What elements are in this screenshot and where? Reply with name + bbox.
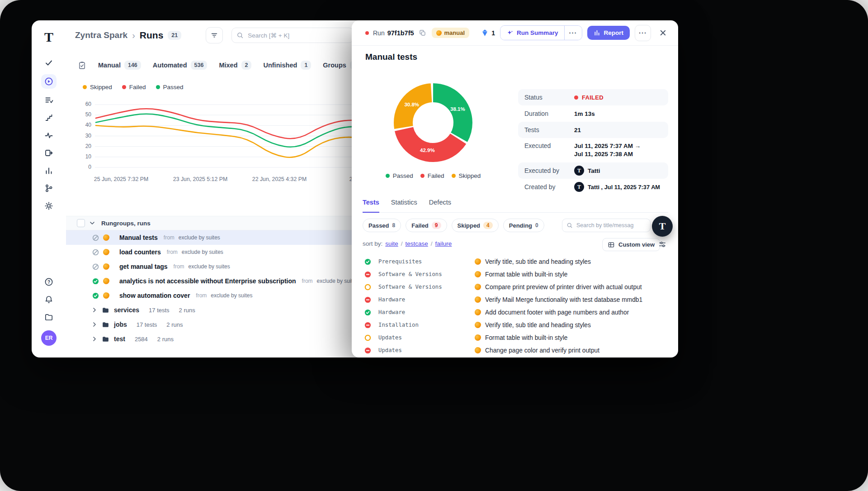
test-row[interactable]: Software & Versions Compare print previe…	[352, 281, 678, 293]
test-row[interactable]: Updates Change page color and verify pri…	[352, 344, 678, 357]
legend-item: Skipped	[452, 172, 481, 179]
branch-icon[interactable]	[41, 182, 57, 195]
legend-label: Passed	[163, 84, 184, 91]
runs-icon[interactable]	[41, 74, 57, 89]
analytics-icon[interactable]	[41, 164, 57, 177]
drawer-tab[interactable]: Statistics	[391, 199, 417, 212]
test-suite-name[interactable]: Hardware	[378, 309, 405, 315]
test-title[interactable]: Change page color and verify print outpu…	[485, 347, 599, 354]
notifications-icon[interactable]	[41, 293, 57, 306]
test-title[interactable]: Compare print preview of printer driver …	[485, 284, 642, 291]
check-icon[interactable]	[41, 57, 57, 69]
projects-icon[interactable]	[41, 311, 57, 324]
runs-list-icon[interactable]	[78, 61, 86, 70]
test-emoji-icon	[475, 347, 481, 353]
tab[interactable]: Manual146	[98, 61, 141, 70]
series-skipped	[96, 125, 373, 157]
folder-runs-count: 2 runs	[157, 336, 174, 343]
test-row[interactable]: Installation Verify title, sub title and…	[352, 319, 678, 331]
test-title[interactable]: Format table with built-in style	[485, 271, 568, 278]
test-row[interactable]: Software & Versions Format table with bu…	[352, 268, 678, 281]
export-icon[interactable]	[41, 147, 57, 159]
folder-name: jobs	[114, 321, 127, 328]
search-input[interactable]	[247, 32, 349, 39]
run-row-title: analytics is not accessible without Ente…	[119, 277, 296, 285]
test-title[interactable]: Verify Mail Merge functionality with tes…	[485, 296, 642, 303]
chip-count: 4	[483, 222, 493, 229]
test-title[interactable]: Add document footer with page numbers an…	[485, 309, 629, 316]
donut-legend: PassedFailedSkipped	[372, 172, 494, 179]
select-all-checkbox[interactable]	[77, 219, 85, 227]
test-search-input[interactable]	[576, 222, 646, 229]
test-title[interactable]: Format table with built-in style	[485, 334, 568, 341]
runs-count-badge: 21	[168, 31, 181, 40]
run-type-badge[interactable]: manual	[432, 28, 470, 38]
view-settings-icon[interactable]	[658, 240, 666, 248]
sort-link-failure[interactable]: failure	[435, 240, 452, 247]
tab-count-badge: 2	[241, 61, 252, 70]
status-filter-chip[interactable]: Passed8	[363, 219, 401, 232]
copy-icon[interactable]	[419, 29, 426, 37]
test-suite-name[interactable]: Updates	[378, 347, 402, 353]
assistant-button[interactable]: T	[652, 216, 673, 237]
tab[interactable]: Mixed2	[219, 61, 251, 70]
info-row-created-by: Created by TTatti , Jul 11, 2025 7:37 AM	[518, 179, 668, 195]
chevron-right-icon[interactable]	[91, 335, 98, 343]
run-row-source[interactable]: exclude by suites	[211, 292, 252, 299]
test-emoji-icon	[103, 249, 109, 255]
help-icon[interactable]: ?	[41, 276, 57, 288]
filter-button[interactable]	[206, 27, 223, 43]
test-suite-name[interactable]: Hardware	[378, 296, 405, 303]
test-status-icon	[364, 309, 371, 316]
test-search-wrap	[562, 219, 651, 232]
legend-item: Failed	[420, 172, 444, 179]
linked-issue-count[interactable]: 1	[481, 29, 495, 37]
sort-link-suite[interactable]: suite	[385, 240, 398, 247]
run-row-source[interactable]: exclude by suites	[179, 234, 220, 241]
test-suite-name[interactable]: Software & Versions	[378, 284, 442, 290]
test-title[interactable]: Verify title, sub title and heading styl…	[485, 322, 591, 329]
test-row[interactable]: Hardware Verify Mail Merge functionality…	[352, 293, 678, 306]
executed-start: Jul 11, 2025 7:37 AM →	[574, 142, 641, 150]
test-row[interactable]: Hardware Add document footer with page n…	[352, 306, 678, 319]
drawer-tab[interactable]: Defects	[429, 199, 451, 212]
test-title[interactable]: Verify title, sub title and heading styl…	[485, 258, 591, 265]
breadcrumb-project[interactable]: Zyntra Spark	[75, 30, 127, 40]
status-filter-chip[interactable]: Failed9	[406, 219, 447, 232]
run-row-source[interactable]: exclude by suites	[189, 263, 230, 270]
sort-label: sort by:	[363, 240, 382, 247]
test-row[interactable]: Updates Format table with built-in style	[352, 331, 678, 344]
tab[interactable]: Automated536	[153, 61, 208, 70]
run-row-title: load counters	[119, 248, 161, 256]
settings-icon[interactable]	[41, 200, 57, 212]
report-button[interactable]: Report	[587, 26, 630, 40]
chevron-down-icon[interactable]	[89, 219, 96, 227]
y-tick-label: 10	[77, 153, 91, 160]
user-avatar[interactable]: ER	[41, 330, 57, 346]
custom-view-button[interactable]: Custom view	[602, 238, 660, 251]
test-row[interactable]: Prerequisites Verify title, sub title an…	[352, 255, 678, 268]
steps-icon[interactable]	[41, 111, 57, 124]
tab[interactable]: Unfinished1	[263, 61, 311, 70]
tasks-icon[interactable]	[41, 94, 57, 106]
run-summary-button[interactable]: Run Summary	[500, 26, 564, 40]
activity-icon[interactable]	[41, 129, 57, 142]
test-suite-name[interactable]: Software & Versions	[378, 271, 442, 277]
status-filter-chip[interactable]: Skipped4	[452, 219, 499, 232]
more-actions-button[interactable]: ···	[635, 25, 651, 41]
chevron-right-icon[interactable]	[91, 321, 98, 328]
test-suite-name[interactable]: Installation	[378, 322, 419, 328]
test-suite-name[interactable]: Updates	[378, 334, 402, 341]
run-row-source[interactable]: exclude by suites	[182, 249, 223, 255]
app-logo[interactable]: T	[44, 30, 53, 44]
run-summary-more-button[interactable]: ···	[564, 26, 582, 40]
status-filter-chip[interactable]: Pending0	[503, 219, 544, 232]
close-icon[interactable]	[659, 29, 667, 37]
sort-link-testcase[interactable]: testcase	[406, 240, 428, 247]
failed-dot	[574, 95, 578, 100]
drawer-tab[interactable]: Tests	[363, 199, 379, 213]
chevron-right-icon[interactable]	[91, 306, 98, 314]
test-suite-name[interactable]: Prerequisites	[378, 258, 422, 265]
folder-tests-count: 2584	[135, 336, 148, 343]
tab-label: Groups	[323, 62, 346, 69]
